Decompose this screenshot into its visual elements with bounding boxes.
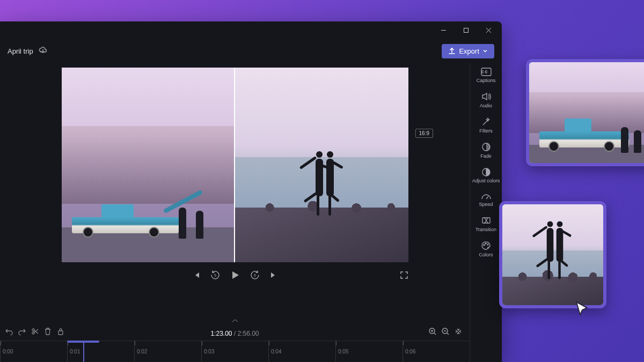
forward-5-icon[interactable]: 5 [250,270,260,282]
trash-icon[interactable] [44,328,52,337]
tool-label: Fade [480,153,492,159]
window-titlebar [0,21,502,39]
palette-icon [481,241,491,250]
transition-tool[interactable]: Transition [470,213,502,234]
floating-thumbnail-truck[interactable] [526,59,644,166]
timeline-tick: 0:03 [201,341,268,362]
project-title: April trip [8,47,33,55]
export-label: Export [459,47,479,55]
colors-tool[interactable]: Colors [470,239,502,260]
tool-label: Captions [477,78,496,83]
speed-tool[interactable]: Speed [470,190,502,209]
timeline-tick: 0:05 [335,341,402,362]
filters-tool[interactable]: Filters [470,115,502,136]
maximize-button[interactable] [455,23,477,38]
collapse-timeline-icon[interactable] [230,317,240,326]
preview-clip-right [235,68,408,262]
tool-label: Speed [479,202,493,207]
cursor-icon [574,300,592,319]
timeline-ruler[interactable]: 0:00 0:01 0:02 0:03 0:04 0:05 0:06 [0,341,470,362]
fullscreen-icon[interactable] [400,271,408,282]
rewind-5-icon[interactable]: 5 [210,270,220,282]
preview-clip-left [62,68,235,262]
tool-label: Transition [475,227,496,232]
aspect-ratio-badge[interactable]: 16:9 [415,129,433,138]
fit-zoom-icon[interactable] [455,328,462,337]
preview-area: 16:9 [0,63,470,362]
tool-label: Audio [480,103,492,108]
timeline-playhead[interactable] [83,342,84,362]
timeline-zoom-controls [429,328,462,337]
fade-tool[interactable]: Fade [470,140,502,161]
playback-controls: 5 5 [62,268,408,285]
close-button[interactable] [477,23,500,38]
timeline-tick: 0:06 [402,341,470,362]
svg-text:5: 5 [254,274,256,277]
audio-tool[interactable]: Audio [470,90,502,110]
svg-point-12 [484,245,485,246]
video-preview [62,68,408,262]
scissors-icon[interactable] [31,328,39,337]
chevron-down-icon [482,48,488,54]
svg-rect-8 [481,68,491,76]
svg-point-13 [485,243,486,244]
captions-tool[interactable]: Captions [470,65,502,85]
zoom-out-icon[interactable] [442,328,449,337]
properties-rail: Captions Audio Filters Fade Adjust color… [470,63,502,362]
svg-point-4 [32,332,34,334]
cloud-save-icon[interactable] [39,46,47,56]
speaker-icon [481,92,492,101]
timeline-tick: 0:02 [134,341,201,362]
total-duration: 2:56.00 [238,330,259,337]
skip-start-icon[interactable] [192,271,201,282]
play-icon[interactable] [230,270,240,283]
export-button[interactable]: Export [442,44,494,58]
video-editor-window: April trip Export 16:9 [0,21,502,362]
lock-icon[interactable] [57,328,64,337]
timeline-toolbar [5,328,64,337]
captions-icon [481,68,492,76]
zoom-in-icon[interactable] [429,328,436,337]
tool-label: Colors [479,252,493,257]
transition-icon [481,216,491,225]
contrast-icon [481,167,491,177]
svg-point-3 [32,329,34,331]
current-time: 1:23.00 [210,330,232,337]
svg-text:5: 5 [214,274,216,277]
app-header: April trip Export [0,39,502,63]
timeline-tick: 0:00 [0,341,67,362]
redo-icon[interactable] [18,328,26,337]
minimize-button[interactable] [432,23,455,38]
svg-rect-5 [58,331,63,335]
svg-point-14 [487,244,488,245]
tool-label: Adjust colors [472,179,500,184]
floating-thumbnail-pose[interactable] [499,201,606,308]
upload-icon [448,47,456,55]
undo-icon[interactable] [5,328,13,337]
tool-label: Filters [479,128,493,134]
timeline-tick: 0:01 [67,341,134,362]
gauge-icon [481,193,492,200]
fade-icon [481,142,491,152]
svg-rect-0 [464,28,468,32]
timeline-tick: 0:04 [268,341,335,362]
wand-icon [481,117,491,127]
skip-end-icon[interactable] [269,271,278,282]
adjust-colors-tool[interactable]: Adjust colors [470,165,502,186]
timeline-timecode: 1:23.00 / 2:56.00 [210,330,259,337]
